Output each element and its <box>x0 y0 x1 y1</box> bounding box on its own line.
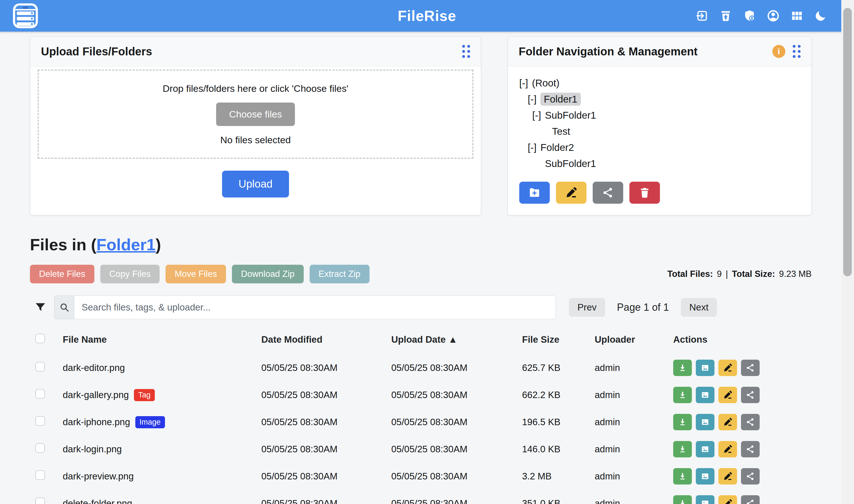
share-icon[interactable] <box>741 414 760 430</box>
share-folder-button[interactable] <box>593 182 623 204</box>
tree-folder-label[interactable]: Folder2 <box>541 142 574 153</box>
uploader: admin <box>595 444 673 454</box>
user-account-icon[interactable] <box>767 9 780 22</box>
copy-files-button[interactable]: Copy Files <box>100 265 160 283</box>
preview-image-icon[interactable] <box>696 441 714 457</box>
download-icon[interactable] <box>673 360 692 376</box>
info-icon[interactable]: i <box>773 45 785 58</box>
drag-handle-icon[interactable] <box>462 45 470 58</box>
column-uploader[interactable]: Uploader <box>595 334 673 345</box>
header-icons <box>695 9 827 22</box>
row-actions <box>673 414 812 430</box>
table-row: dark-preview.png 05/05/25 08:30AM 05/05/… <box>30 463 812 490</box>
search-input[interactable] <box>74 295 556 319</box>
tree-item-folder1: [-] Folder1 <box>519 91 811 107</box>
file-name[interactable]: dark-iphone.png <box>63 417 130 428</box>
download-icon[interactable] <box>673 414 692 430</box>
preview-image-icon[interactable] <box>696 414 714 430</box>
tag-badge: Tag <box>134 389 155 401</box>
column-upload-date[interactable]: Upload Date ▲ <box>391 334 522 345</box>
download-icon[interactable] <box>673 441 692 457</box>
column-file-name[interactable]: File Name <box>63 334 261 345</box>
row-checkbox[interactable] <box>35 362 45 372</box>
edit-icon[interactable] <box>719 468 737 485</box>
rename-folder-button[interactable] <box>556 182 586 204</box>
download-zip-button[interactable]: Download Zip <box>232 265 304 283</box>
no-files-text: No files selected <box>220 134 291 145</box>
row-checkbox[interactable] <box>35 498 45 504</box>
download-icon[interactable] <box>673 468 692 485</box>
tree-folder-label[interactable]: SubFolder1 <box>545 158 596 169</box>
file-name[interactable]: dark-login.png <box>63 444 122 454</box>
file-size: 196.5 KB <box>522 417 595 428</box>
edit-icon[interactable] <box>719 495 737 504</box>
share-icon[interactable] <box>741 441 760 457</box>
share-icon[interactable] <box>741 468 760 485</box>
scrollbar[interactable] <box>841 0 854 504</box>
choose-files-button[interactable]: Choose files <box>216 103 295 126</box>
file-name[interactable]: dark-gallery.png <box>63 390 129 400</box>
tree-toggle[interactable]: [-] <box>528 93 537 105</box>
dark-mode-icon[interactable] <box>814 9 827 22</box>
upload-dropzone[interactable]: Drop files/folders here or click 'Choose… <box>38 70 473 159</box>
grid-view-icon[interactable] <box>791 9 803 22</box>
file-name[interactable]: dark-editor.png <box>63 362 125 373</box>
tree-folder-label[interactable]: (Root) <box>532 77 559 89</box>
file-name[interactable]: delete-folder.png <box>63 498 132 504</box>
upload-card-header: Upload Files/Folders <box>30 37 481 66</box>
preview-image-icon[interactable] <box>696 387 714 403</box>
file-size: 3.2 MB <box>522 471 595 482</box>
app-header: FileRise <box>0 0 854 32</box>
delete-files-button[interactable]: Delete Files <box>30 265 94 283</box>
uploader: admin <box>595 362 673 373</box>
restore-trash-icon[interactable] <box>719 9 732 22</box>
file-name[interactable]: dark-preview.png <box>63 471 134 482</box>
table-row: dark-gallery.pngTag 05/05/25 08:30AM 05/… <box>30 381 812 409</box>
share-icon[interactable] <box>741 387 760 403</box>
tree-item-subfolder1-2: SubFolder1 <box>519 156 811 172</box>
edit-icon[interactable] <box>719 414 737 430</box>
move-files-button[interactable]: Move Files <box>166 265 226 283</box>
create-folder-button[interactable] <box>519 182 550 204</box>
edit-icon[interactable] <box>719 360 737 376</box>
delete-folder-button[interactable] <box>630 182 660 204</box>
tree-folder-label[interactable]: SubFolder1 <box>545 110 596 121</box>
select-all-checkbox[interactable] <box>35 334 45 343</box>
prev-page-button[interactable]: Prev <box>569 298 605 317</box>
row-checkbox[interactable] <box>35 443 45 453</box>
tree-toggle[interactable]: [-] <box>528 142 537 153</box>
preview-image-icon[interactable] <box>696 468 714 485</box>
row-checkbox[interactable] <box>35 416 45 426</box>
tree-toggle[interactable]: [-] <box>532 110 541 121</box>
column-file-size[interactable]: File Size <box>522 334 595 345</box>
download-icon[interactable] <box>673 495 692 504</box>
logout-icon[interactable] <box>695 9 709 22</box>
row-checkbox[interactable] <box>35 470 45 480</box>
edit-icon[interactable] <box>719 441 737 457</box>
tree-toggle[interactable]: [-] <box>519 77 528 89</box>
share-icon[interactable] <box>741 495 760 504</box>
upload-date: 05/05/25 08:30AM <box>391 498 522 504</box>
download-icon[interactable] <box>673 387 692 403</box>
filerise-logo-icon[interactable] <box>13 3 38 29</box>
preview-image-icon[interactable] <box>696 495 714 504</box>
scrollbar-thumb[interactable] <box>843 8 852 276</box>
admin-shield-icon[interactable] <box>743 9 756 22</box>
share-icon[interactable] <box>741 360 760 376</box>
total-size-label: Total Size: <box>732 269 775 279</box>
total-files-value: 9 <box>717 269 722 279</box>
upload-card: Upload Files/Folders Drop files/folders … <box>30 36 481 215</box>
current-folder-link[interactable]: Folder1 <box>96 235 156 254</box>
extract-zip-button[interactable]: Extract Zip <box>310 265 369 283</box>
row-checkbox[interactable] <box>35 389 45 399</box>
edit-icon[interactable] <box>719 387 737 403</box>
tree-folder-label-selected[interactable]: Folder1 <box>541 93 581 106</box>
drag-handle-icon[interactable] <box>793 45 801 58</box>
preview-image-icon[interactable] <box>696 360 714 376</box>
column-date-modified[interactable]: Date Modified <box>261 334 391 345</box>
folder-card-title: Folder Navigation & Management <box>519 45 773 58</box>
filter-icon[interactable] <box>34 301 47 314</box>
next-page-button[interactable]: Next <box>681 298 717 317</box>
tree-folder-label[interactable]: Test <box>552 126 570 137</box>
upload-button[interactable]: Upload <box>222 170 289 197</box>
